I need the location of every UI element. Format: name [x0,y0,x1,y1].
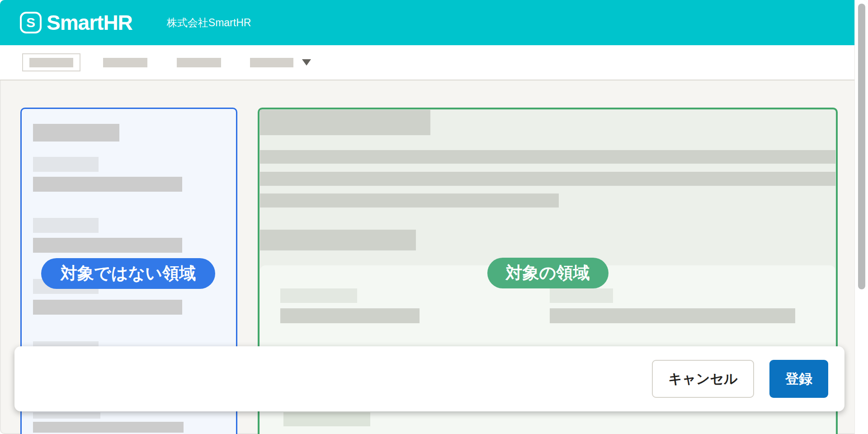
smarthr-s-icon: S [20,12,42,33]
placeholder-text-bar [260,150,835,164]
company-name: 株式会社SmartHR [167,18,251,28]
placeholder-text-bar [260,193,559,208]
placeholder-text-bar [33,300,182,315]
smarthr-logo[interactable]: S SmartHR [20,12,132,33]
nav-tab-3[interactable] [177,58,221,67]
scrollbar-thumb[interactable] [858,4,865,289]
placeholder-field-label-bar [283,412,370,426]
placeholder-label-bar [33,412,100,419]
placeholder-field-label-bar [550,288,613,303]
placeholder-text-bar [260,172,835,186]
placeholder-field-bar [550,308,795,323]
non-target-region-label: 対象ではない領域 [41,258,215,289]
logo-mark-letter: S [26,16,35,29]
nav-tab-active[interactable] [22,53,80,71]
placeholder-text-bar [33,422,184,433]
global-nav [0,45,854,80]
nav-tab-dropdown[interactable] [250,58,293,67]
app-header: S SmartHR 株式会社SmartHR [0,0,854,45]
placeholder-label-bar [33,157,99,172]
placeholder-subheading-bar [260,230,416,250]
placeholder-title-bar [33,124,119,142]
placeholder-field-label-bar [280,288,357,303]
submit-button[interactable]: 登録 [769,360,828,398]
placeholder-text-bar [33,238,182,253]
cancel-button[interactable]: キャンセル [652,360,754,398]
chevron-down-icon[interactable] [302,59,311,66]
logo-wordmark: SmartHR [47,12,132,33]
action-bar: キャンセル 登録 [14,346,844,411]
target-region-label: 対象の領域 [487,258,609,288]
scrollbar-track[interactable] [854,0,868,434]
placeholder-label-bar [33,218,99,233]
placeholder-text-bar [33,177,182,192]
nav-tab-placeholder-bar [29,58,73,67]
nav-tab-2[interactable] [103,58,147,67]
placeholder-heading-bar [260,110,430,135]
placeholder-field-bar [280,308,420,323]
smarthr-page: S SmartHR 株式会社SmartHR 対象ではない領域 [0,0,868,434]
